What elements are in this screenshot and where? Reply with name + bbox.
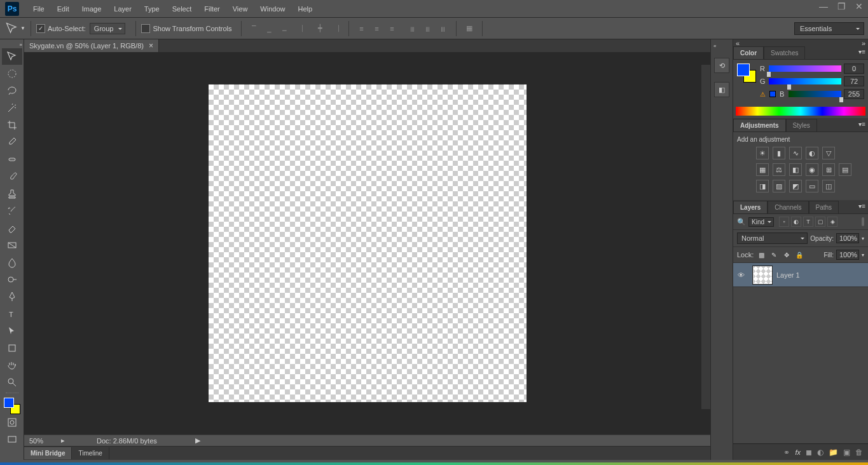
menu-edit[interactable]: Edit xyxy=(51,0,76,18)
shape-tool[interactable] xyxy=(2,340,22,356)
r-value[interactable]: 0 xyxy=(844,64,864,74)
adjustments-panel-menu[interactable]: ▾≡ xyxy=(858,121,865,128)
blur-tool[interactable] xyxy=(2,254,22,271)
quickmask-tool[interactable] xyxy=(2,414,22,431)
wand-tool[interactable] xyxy=(2,100,22,116)
layer-thumbnail[interactable] xyxy=(752,266,773,285)
distribute-vcenter-icon[interactable]: ≡ xyxy=(370,22,384,36)
menu-layer[interactable]: Layer xyxy=(107,0,138,18)
threshold-icon[interactable]: ◩ xyxy=(789,180,802,192)
vibrance-icon[interactable]: ▽ xyxy=(822,147,835,159)
filter-shape-icon[interactable]: ▢ xyxy=(815,217,825,227)
lock-position-icon[interactable]: ✥ xyxy=(782,250,792,260)
vertical-scrollbar[interactable] xyxy=(701,65,710,409)
hand-tool[interactable] xyxy=(2,357,22,374)
kind-select[interactable]: Kind xyxy=(748,217,774,227)
history-panel-icon[interactable]: ⟲ xyxy=(714,58,729,73)
menu-window[interactable]: Window xyxy=(254,0,291,18)
filter-smart-icon[interactable]: ◈ xyxy=(827,217,837,227)
delete-layer-icon[interactable]: 🗑 xyxy=(855,448,863,457)
lock-transparent-icon[interactable]: ▩ xyxy=(756,250,766,260)
color-ramp[interactable] xyxy=(736,107,865,116)
invert-icon[interactable]: ◨ xyxy=(756,180,769,192)
channelmixer-icon[interactable]: ⊞ xyxy=(822,163,835,176)
canvas[interactable] xyxy=(209,84,527,402)
maximize-button[interactable]: ❐ xyxy=(832,0,850,13)
auto-select-target[interactable]: Group xyxy=(90,23,126,34)
healing-tool[interactable] xyxy=(2,151,22,168)
screenmode-tool[interactable] xyxy=(2,431,22,448)
bw-icon[interactable]: ◧ xyxy=(789,163,802,176)
fill-value[interactable]: 100% xyxy=(836,250,859,260)
curves-icon[interactable]: ∿ xyxy=(789,147,802,159)
properties-panel-icon[interactable]: ◧ xyxy=(714,82,729,97)
align-left-icon[interactable]: ⎸ xyxy=(298,22,312,36)
hue-icon[interactable]: ▦ xyxy=(756,163,769,176)
tab-paths[interactable]: Paths xyxy=(809,201,839,213)
filter-type-icon[interactable]: T xyxy=(803,217,813,227)
eraser-tool[interactable] xyxy=(2,220,22,236)
close-button[interactable]: ✕ xyxy=(850,0,868,13)
r-slider[interactable] xyxy=(769,65,841,72)
menu-help[interactable]: Help xyxy=(291,0,319,18)
menu-view[interactable]: View xyxy=(226,0,254,18)
align-bottom-icon[interactable]: ⎽ xyxy=(278,22,292,36)
show-transform-checkbox[interactable] xyxy=(141,24,150,33)
foreground-color[interactable] xyxy=(4,398,14,408)
tab-channels[interactable]: Channels xyxy=(768,201,808,213)
distribute-right-icon[interactable]: ⫼ xyxy=(436,22,450,36)
canvas-viewport[interactable] xyxy=(24,52,710,435)
menu-filter[interactable]: Filter xyxy=(198,0,226,18)
gamut-warning-icon[interactable]: ⚠ xyxy=(760,91,766,98)
adjustment-layer-icon[interactable]: ◐ xyxy=(817,448,823,457)
menu-type[interactable]: Type xyxy=(138,0,166,18)
layers-panel-menu[interactable]: ▾≡ xyxy=(858,203,865,210)
posterize-icon[interactable]: ▨ xyxy=(773,180,785,192)
type-tool[interactable]: T xyxy=(2,306,22,322)
gradientmap-icon[interactable]: ▭ xyxy=(806,180,818,192)
photofilter-icon[interactable]: ◉ xyxy=(806,163,818,176)
color-swatch[interactable] xyxy=(4,398,20,414)
align-vcenter-icon[interactable]: ⎯ xyxy=(263,22,277,36)
exposure-icon[interactable]: ◐ xyxy=(806,147,818,159)
layer-item[interactable]: 👁 Layer 1 xyxy=(733,263,868,287)
path-select-tool[interactable] xyxy=(2,323,22,339)
marquee-tool[interactable] xyxy=(2,65,22,82)
panels-collapse-right[interactable]: » xyxy=(862,39,865,46)
tab-timeline[interactable]: Timeline xyxy=(72,447,109,459)
lock-pixels-icon[interactable]: ✎ xyxy=(769,250,779,260)
menu-select[interactable]: Select xyxy=(166,0,198,18)
distribute-left-icon[interactable]: ⫼ xyxy=(406,22,420,36)
opacity-value[interactable]: 100% xyxy=(836,233,859,243)
blend-mode-select[interactable]: Normal xyxy=(737,232,808,244)
eyedropper-tool[interactable] xyxy=(2,134,22,151)
align-hcenter-icon[interactable]: ┿ xyxy=(313,22,327,36)
status-icon[interactable]: ▸ xyxy=(61,436,65,445)
selectivecolor-icon[interactable]: ◫ xyxy=(822,180,835,192)
colorbalance-icon[interactable]: ⚖ xyxy=(773,163,785,176)
minimize-button[interactable]: — xyxy=(815,0,832,13)
distribute-bottom-icon[interactable]: ≡ xyxy=(385,22,399,36)
fill-dropdown-icon[interactable]: ▾ xyxy=(862,252,864,258)
layer-style-icon[interactable]: fx xyxy=(795,448,801,457)
panels-collapse-left[interactable]: « xyxy=(736,39,740,46)
collapse-arrow[interactable]: « xyxy=(711,43,733,49)
layer-visibility-icon[interactable]: 👁 xyxy=(733,271,748,279)
pen-tool[interactable] xyxy=(2,288,22,305)
crop-tool[interactable] xyxy=(2,117,22,133)
b-slider[interactable] xyxy=(789,91,841,97)
history-brush-tool[interactable] xyxy=(2,203,22,219)
stamp-tool[interactable] xyxy=(2,185,22,202)
tab-close-icon[interactable]: × xyxy=(149,41,153,50)
colorlookup-icon[interactable]: ▤ xyxy=(839,163,851,176)
lasso-tool[interactable] xyxy=(2,83,22,99)
tab-adjustments[interactable]: Adjustments xyxy=(733,119,786,131)
gradient-tool[interactable] xyxy=(2,237,22,253)
auto-select-checkbox[interactable] xyxy=(36,24,45,33)
gamut-color-icon[interactable] xyxy=(769,91,776,97)
auto-align-icon[interactable]: ▦ xyxy=(462,22,476,36)
tab-mini-bridge[interactable]: Mini Bridge xyxy=(24,447,72,459)
link-layers-icon[interactable]: ⚭ xyxy=(783,448,790,457)
color-fg-icon[interactable] xyxy=(737,64,750,76)
filter-toggle[interactable] xyxy=(862,217,864,226)
